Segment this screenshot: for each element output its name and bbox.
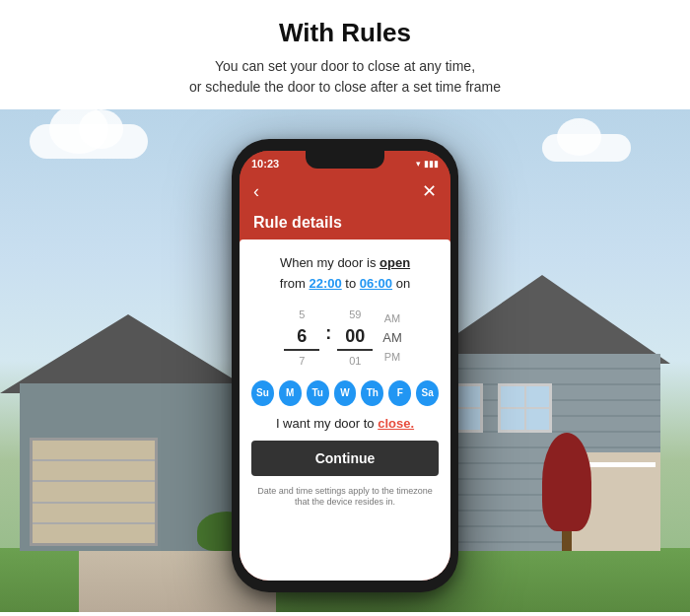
window-right [498, 383, 552, 433]
time-separator: : [325, 323, 331, 344]
phone-screen: 10:23 ▾ ▮▮▮ ‹ ✕ Rule details [240, 151, 450, 581]
min-next: 01 [349, 355, 361, 367]
ampm-prev: AM [384, 312, 401, 324]
phone-frame: 10:23 ▾ ▮▮▮ ‹ ✕ Rule details [232, 139, 458, 592]
hour-column: 5 6 7 [284, 308, 319, 367]
page-title: With Rules [39, 18, 651, 48]
app-content: When my door is open from 22:00 to 06:00… [240, 240, 450, 581]
page-wrapper: With Rules You can set your door to clos… [0, 0, 690, 612]
signal-icon: ▮▮▮ [424, 159, 439, 169]
day-monday[interactable]: M [279, 380, 302, 406]
ampm-current[interactable]: AM [379, 328, 406, 347]
ampm-column: AM AM PM [379, 312, 406, 363]
hour-current[interactable]: 6 [284, 324, 319, 351]
day-saturday[interactable]: Sa [416, 380, 439, 406]
min-prev: 59 [349, 308, 361, 320]
garage-door-lines [33, 441, 155, 543]
status-time: 10:23 [251, 158, 279, 170]
day-wednesday[interactable]: W [334, 380, 357, 406]
min-current[interactable]: 00 [337, 324, 373, 351]
scene: 10:23 ▾ ▮▮▮ ‹ ✕ Rule details [0, 109, 690, 612]
close-word[interactable]: close. [378, 416, 414, 431]
phone-notch [306, 151, 384, 169]
status-icons: ▾ ▮▮▮ [416, 159, 439, 169]
shrub-top [542, 433, 591, 531]
from-time[interactable]: 22:00 [309, 276, 341, 291]
hour-prev: 5 [299, 308, 305, 320]
day-sunday[interactable]: Su [251, 380, 274, 406]
disclaimer-text: Date and time settings apply to the time… [251, 486, 439, 509]
to-time[interactable]: 06:00 [360, 276, 392, 291]
wifi-icon: ▾ [416, 159, 421, 169]
app-nav: ‹ ✕ [240, 176, 450, 214]
close-button[interactable]: ✕ [422, 180, 437, 202]
shrub-trunk [562, 531, 572, 551]
day-tuesday[interactable]: Tu [307, 380, 329, 406]
subtitle: You can set your door to close at any ti… [39, 56, 651, 98]
phone-mockup: 10:23 ▾ ▮▮▮ ‹ ✕ Rule details [232, 139, 458, 592]
day-thursday[interactable]: Th [361, 380, 383, 406]
header-section: With Rules You can set your door to clos… [0, 0, 690, 109]
days-selector[interactable]: Su M Tu W Th F Sa [251, 380, 439, 406]
house-left-roof [0, 314, 256, 393]
continue-button[interactable]: Continue [251, 441, 439, 476]
red-shrub [542, 433, 591, 551]
hour-next: 7 [299, 355, 305, 367]
rule-description: When my door is open from 22:00 to 06:00… [251, 253, 439, 295]
minute-column: 59 00 01 [337, 308, 373, 367]
close-statement: I want my door to close. [251, 416, 439, 431]
time-picker[interactable]: 5 6 7 : 59 00 01 AM [251, 305, 439, 371]
cloud-left [30, 124, 148, 159]
ampm-next: PM [384, 351, 401, 363]
garage-door [30, 438, 158, 546]
back-button[interactable]: ‹ [253, 181, 259, 202]
cloud-right [542, 134, 631, 162]
day-friday[interactable]: F [388, 380, 411, 406]
screen-title: Rule details [240, 214, 450, 240]
